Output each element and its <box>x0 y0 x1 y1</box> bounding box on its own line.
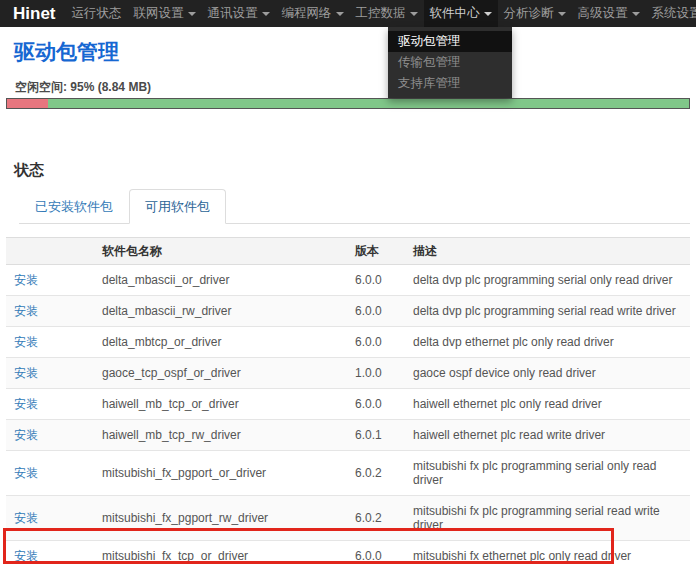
header-version: 版本 <box>347 238 405 265</box>
brand-logo[interactable]: Hinet <box>13 0 56 27</box>
nav-item-通讯设置[interactable]: 通讯设置 <box>202 0 276 27</box>
dropdown-item-支持库管理[interactable]: 支持库管理 <box>388 73 512 94</box>
package-name-cell: haiwell_mb_tcp_rw_driver <box>94 420 347 451</box>
free-space-label: 空闲空间: 95% (8.84 MB) <box>15 80 690 95</box>
install-link[interactable]: 安装 <box>14 335 38 349</box>
nav-item-编程网络[interactable]: 编程网络 <box>276 0 350 27</box>
install-link[interactable]: 安装 <box>14 511 38 525</box>
nav-item-软件中心[interactable]: 软件中心 <box>424 0 498 27</box>
dropdown-item-驱动包管理[interactable]: 驱动包管理 <box>388 31 512 52</box>
table-row: 安装 haiwell_mb_tcp_rw_driver 6.0.1 haiwel… <box>6 420 690 451</box>
tab-可用软件包[interactable]: 可用软件包 <box>129 189 226 224</box>
main-content: 驱动包管理 空闲空间: 95% (8.84 MB) 状态 已安装软件包可用软件包… <box>0 40 696 566</box>
header-action <box>6 238 94 265</box>
package-table: 软件包名称 版本 描述 安装 delta_mbascii_or_driver 6… <box>6 237 690 566</box>
nav-item-高级设置[interactable]: 高级设置 <box>572 0 646 27</box>
software-center-dropdown: 驱动包管理传输包管理支持库管理 <box>388 27 512 98</box>
version-cell: 6.0.0 <box>347 389 405 420</box>
version-cell: 6.0.0 <box>347 296 405 327</box>
version-cell: 6.0.0 <box>347 265 405 296</box>
table-header: 软件包名称 版本 描述 <box>6 238 690 265</box>
package-name-cell: gaoce_tcp_ospf_or_driver <box>94 358 347 389</box>
version-cell: 6.0.2 <box>347 496 405 541</box>
description-cell: delta dvp ethernet plc only read driver <box>405 327 690 358</box>
progress-used-segment <box>7 99 48 108</box>
table-row: 安装 gaoce_tcp_ospf_or_driver 1.0.0 gaoce … <box>6 358 690 389</box>
nav-item-分析诊断[interactable]: 分析诊断 <box>498 0 572 27</box>
table-row: 安装 delta_mbtcp_or_driver 6.0.0 delta dvp… <box>6 327 690 358</box>
version-cell: 1.0.0 <box>347 358 405 389</box>
chevron-down-icon <box>336 12 344 16</box>
package-name-cell: delta_mbtcp_or_driver <box>94 327 347 358</box>
page-title: 驱动包管理 <box>14 40 690 64</box>
install-link[interactable]: 安装 <box>14 466 38 480</box>
description-cell: mitsubishi fx plc programming serial onl… <box>405 451 690 496</box>
status-section-title: 状态 <box>14 161 690 179</box>
free-space-caption: 空闲空间: <box>15 80 67 94</box>
nav-item-系统设置[interactable]: 系统设置 <box>646 0 696 27</box>
install-link[interactable]: 安装 <box>14 549 38 563</box>
version-cell: 6.0.2 <box>347 451 405 496</box>
chevron-down-icon <box>262 12 270 16</box>
description-cell: haiwell ethernet plc only read driver <box>405 389 690 420</box>
version-cell: 6.0.0 <box>347 327 405 358</box>
table-row: 安装 haiwell_mb_tcp_or_driver 6.0.0 haiwel… <box>6 389 690 420</box>
progress-free-segment <box>48 99 689 108</box>
install-link[interactable]: 安装 <box>14 273 38 287</box>
tab-已安装软件包[interactable]: 已安装软件包 <box>19 189 129 224</box>
header-package-name: 软件包名称 <box>94 238 347 265</box>
top-navbar: Hinet 运行状态 联网设置 通讯设置 编程网络 工控数据 软件中心 分析诊断… <box>0 0 696 27</box>
package-name-cell: mitsubishi_fx_pgport_rw_driver <box>94 496 347 541</box>
package-tabs: 已安装软件包可用软件包 <box>19 189 690 224</box>
version-cell: 6.0.1 <box>347 420 405 451</box>
package-name-cell: haiwell_mb_tcp_or_driver <box>94 389 347 420</box>
install-link[interactable]: 安装 <box>14 366 38 380</box>
table-row: 安装 mitsubishi_fx_tcp_or_driver 6.0.0 mit… <box>6 541 690 566</box>
chevron-down-icon <box>632 12 640 16</box>
install-link[interactable]: 安装 <box>14 428 38 442</box>
package-name-cell: mitsubishi_fx_tcp_or_driver <box>94 541 347 566</box>
free-space-value: 95% (8.84 MB) <box>70 80 151 94</box>
version-cell: 6.0.0 <box>347 541 405 566</box>
description-cell: gaoce ospf device only read driver <box>405 358 690 389</box>
chevron-down-icon <box>484 12 492 16</box>
install-link[interactable]: 安装 <box>14 397 38 411</box>
description-cell: mitsubishi fx ethernet plc only read dri… <box>405 541 690 566</box>
description-cell: mitsubishi fx plc programming serial rea… <box>405 496 690 541</box>
chevron-down-icon <box>558 12 566 16</box>
nav-item-工控数据[interactable]: 工控数据 <box>350 0 424 27</box>
install-link[interactable]: 安装 <box>14 304 38 318</box>
chevron-down-icon <box>410 12 418 16</box>
chevron-down-icon <box>188 12 196 16</box>
description-cell: delta dvp plc programming serial read wr… <box>405 296 690 327</box>
nav-menu: 运行状态 联网设置 通讯设置 编程网络 工控数据 软件中心 分析诊断 高级设置 … <box>66 0 696 27</box>
package-name-cell: delta_mbascii_or_driver <box>94 265 347 296</box>
description-cell: haiwell ethernet plc read write driver <box>405 420 690 451</box>
table-row: 安装 delta_mbascii_rw_driver 6.0.0 delta d… <box>6 296 690 327</box>
dropdown-item-传输包管理[interactable]: 传输包管理 <box>388 52 512 73</box>
package-name-cell: delta_mbascii_rw_driver <box>94 296 347 327</box>
package-name-cell: mitsubishi_fx_pgport_or_driver <box>94 451 347 496</box>
nav-item-运行状态[interactable]: 运行状态 <box>66 0 128 27</box>
free-space-progressbar <box>6 98 690 109</box>
header-description: 描述 <box>405 238 690 265</box>
description-cell: delta dvp plc programming serial only re… <box>405 265 690 296</box>
nav-item-联网设置[interactable]: 联网设置 <box>128 0 202 27</box>
table-row: 安装 mitsubishi_fx_pgport_rw_driver 6.0.2 … <box>6 496 690 541</box>
table-row: 安装 mitsubishi_fx_pgport_or_driver 6.0.2 … <box>6 451 690 496</box>
table-row: 安装 delta_mbascii_or_driver 6.0.0 delta d… <box>6 265 690 296</box>
